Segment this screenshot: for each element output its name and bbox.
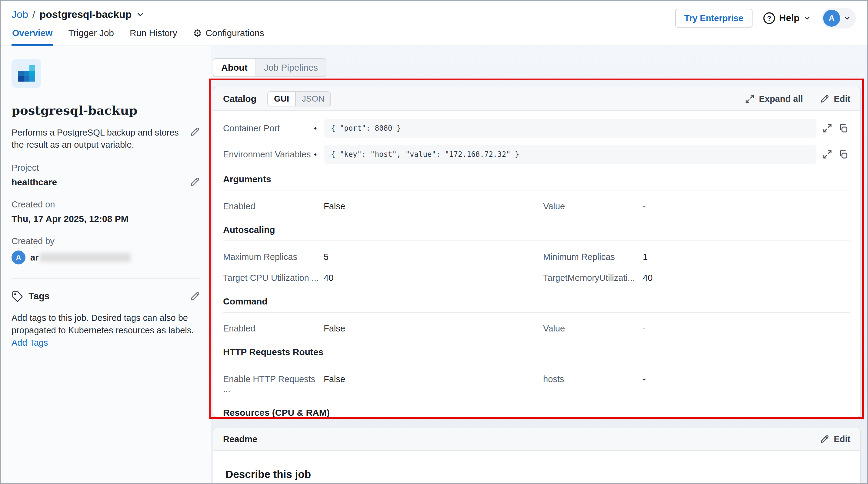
edit-pencil-icon — [820, 434, 830, 444]
project-value: healthcare — [11, 177, 189, 187]
section-title: Autoscaling — [223, 225, 850, 235]
field-label: Container Port — [223, 123, 314, 133]
kv-row: Target CPU Utilization ... 40 TargetMemo… — [223, 273, 850, 283]
tag-icon — [11, 291, 23, 302]
catalog-header: Catalog GUI JSON Expand all — [213, 87, 860, 111]
expand-icon[interactable] — [823, 123, 832, 133]
app-window: Job / postgresql-backup Overview Trigger… — [0, 0, 868, 484]
created-by-avatar: A — [11, 250, 26, 265]
add-tags-link[interactable]: Add Tags — [11, 338, 48, 347]
help-menu[interactable]: ? Help — [763, 12, 811, 25]
try-enterprise-button[interactable]: Try Enterprise — [675, 9, 752, 28]
readme-header: Readme Edit — [213, 428, 860, 451]
sidebar-divider — [11, 278, 200, 279]
main-panel: About Job Pipelines Catalog GUI JSON — [211, 46, 867, 484]
expand-icon — [745, 94, 755, 104]
section-divider — [223, 241, 850, 241]
description-edit-icon[interactable] — [189, 126, 200, 138]
bar-chart-icon — [18, 65, 35, 82]
project-edit-icon[interactable] — [189, 177, 200, 187]
section-title: HTTP Requests Routes — [223, 347, 850, 357]
kv-row: Maximum Replicas 5 Minimum Replicas 1 — [223, 252, 850, 262]
readme-body: Describe this job — [213, 451, 860, 484]
tab-run-history[interactable]: Run History — [129, 28, 178, 46]
breadcrumb-job-link[interactable]: Job — [11, 8, 28, 20]
breadcrumb-chevron-down-icon[interactable] — [136, 10, 145, 19]
content: postgresql-backup Performs a PostgreSQL … — [1, 46, 867, 484]
readme-edit-button[interactable]: Edit — [820, 434, 850, 444]
section-command: Command Enabled False Value - — [223, 296, 850, 334]
job-description: Performs a PostgreSQL backup and stores … — [11, 126, 182, 151]
tags-edit-icon[interactable] — [189, 291, 200, 302]
created-by-name: ar — [30, 252, 38, 263]
breadcrumb-job-name: postgresql-backup — [39, 8, 131, 20]
created-by-block: Created by A ar — [11, 236, 200, 265]
field-value-box[interactable]: { "key": "host", "value": "172.168.72.32… — [324, 145, 816, 164]
tab-configurations[interactable]: ⚙ Configurations — [192, 28, 265, 46]
tags-header: Tags — [11, 291, 200, 302]
catalog-edit-button[interactable]: Edit — [820, 94, 850, 104]
created-on-value: Thu, 17 Apr 2025, 12:08 PM — [11, 214, 200, 224]
project-label: Project — [11, 163, 189, 173]
expand-icon[interactable] — [823, 150, 832, 159]
tab-job-pipelines[interactable]: Job Pipelines — [256, 59, 326, 77]
section-divider — [223, 190, 850, 190]
page-tabs: Overview Trigger Job Run History ⚙ Confi… — [11, 28, 265, 46]
section-title: Command — [223, 296, 850, 307]
kv-row: Enable HTTP Requests ... False hosts - — [223, 374, 850, 394]
help-chevron-down-icon — [803, 14, 811, 22]
toggle-json[interactable]: JSON — [296, 92, 331, 106]
section-divider — [223, 312, 850, 313]
bullet-icon: • — [314, 124, 324, 133]
tab-overview[interactable]: Overview — [11, 28, 53, 46]
header-actions: Try Enterprise ? Help A — [675, 8, 856, 29]
field-row-environment-variables: Environment Variables • { "key": "host",… — [223, 145, 850, 164]
kv-row: Enabled False Value - — [223, 324, 850, 334]
user-menu[interactable]: A — [821, 8, 856, 29]
gear-icon: ⚙ — [193, 28, 202, 38]
catalog-card: Catalog GUI JSON Expand all — [213, 87, 861, 417]
breadcrumb: Job / postgresql-backup — [11, 8, 145, 20]
project-block: Project healthcare — [11, 163, 200, 187]
job-title: postgresql-backup — [11, 103, 200, 117]
field-label: Environment Variables — [223, 150, 314, 159]
toggle-gui[interactable]: GUI — [268, 92, 296, 106]
job-description-row: Performs a PostgreSQL backup and stores … — [11, 126, 200, 151]
edit-pencil-icon — [820, 94, 830, 104]
avatar: A — [823, 10, 840, 27]
sidebar: postgresql-backup Performs a PostgreSQL … — [1, 46, 211, 484]
app-header: Job / postgresql-backup Overview Trigger… — [1, 1, 867, 46]
created-by-redacted — [40, 253, 131, 262]
bullet-icon: • — [314, 150, 324, 159]
created-on-block: Created on Thu, 17 Apr 2025, 12:08 PM — [11, 200, 200, 224]
kv-row: Enabled False Value - — [223, 201, 850, 211]
copy-icon[interactable] — [838, 123, 848, 133]
tags-description: Add tags to this job. Desired tags can a… — [11, 312, 200, 349]
created-by-label: Created by — [11, 236, 200, 246]
help-question-icon: ? — [763, 12, 776, 25]
section-resources: Resources (CPU & RAM) — [223, 407, 850, 417]
tab-trigger-job[interactable]: Trigger Job — [68, 28, 115, 46]
catalog-view-toggle: GUI JSON — [267, 91, 331, 107]
catalog-title: Catalog — [223, 94, 256, 104]
readme-title: Readme — [223, 434, 257, 444]
copy-icon[interactable] — [838, 150, 848, 159]
field-value-box[interactable]: { "port": 8080 } — [324, 119, 816, 138]
readme-card: Readme Edit Describe this job — [213, 428, 861, 484]
created-on-label: Created on — [11, 200, 200, 210]
section-http-requests-routes: HTTP Requests Routes Enable HTTP Request… — [223, 347, 850, 394]
field-row-container-port: Container Port • { "port": 8080 } — [223, 119, 850, 138]
tab-about[interactable]: About — [213, 59, 256, 77]
section-title: Arguments — [223, 174, 850, 184]
expand-all-button[interactable]: Expand all — [745, 94, 803, 104]
breadcrumb-separator: / — [32, 8, 35, 20]
section-arguments: Arguments Enabled False Value - — [223, 174, 850, 211]
job-logo — [11, 59, 41, 88]
help-label: Help — [779, 13, 800, 24]
svg-text:?: ? — [767, 14, 771, 22]
catalog-body: Container Port • { "port": 8080 } — [213, 111, 860, 417]
section-title: Resources (CPU & RAM) — [223, 407, 850, 417]
tags-title: Tags — [29, 291, 184, 302]
section-divider — [223, 363, 850, 363]
section-autoscaling: Autoscaling Maximum Replicas 5 Minimum R… — [223, 225, 850, 283]
